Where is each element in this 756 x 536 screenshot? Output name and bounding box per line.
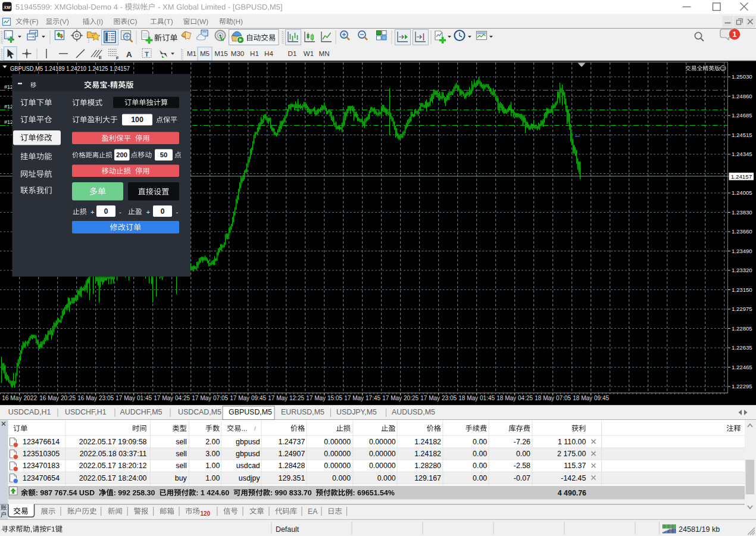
svg-text:50: 50 (160, 151, 167, 158)
svg-text:M5: M5 (200, 49, 210, 57)
svg-text:1.24860: 1.24860 (732, 93, 752, 99)
svg-text:1: 1 (733, 30, 737, 39)
svg-text:0.00: 0.00 (473, 474, 487, 482)
svg-text:0.00000: 0.00000 (324, 438, 351, 446)
svg-text:usdcad: usdcad (236, 462, 260, 470)
svg-text:1 110.00: 1 110.00 (558, 438, 586, 446)
svg-text:123476614: 123476614 (23, 438, 60, 446)
svg-text:1.24157: 1.24157 (731, 173, 752, 180)
svg-text:sell: sell (176, 438, 187, 446)
svg-text:0.000: 0.000 (332, 474, 351, 482)
svg-text:-: - (176, 208, 179, 216)
svg-text:A: A (126, 50, 132, 59)
svg-text:200: 200 (116, 151, 127, 158)
svg-text:0.000: 0.000 (377, 474, 396, 482)
svg-text:0.00: 0.00 (473, 438, 487, 446)
svg-text:1.22465: 1.22465 (732, 364, 752, 370)
svg-text:1.24182: 1.24182 (414, 438, 441, 446)
svg-text:1.23490: 1.23490 (732, 248, 752, 254)
svg-text:GBPUSD,M5 1.24189 1.24210 1.2: GBPUSD,M5 1.24189 1.24210 1.24125 1.2415… (10, 66, 130, 72)
svg-text:EURUSD,M5: EURUSD,M5 (281, 408, 324, 416)
svg-text:0: 0 (104, 207, 108, 216)
svg-text:1.00: 1.00 (205, 462, 220, 470)
svg-text:-142.45: -142.45 (561, 474, 586, 482)
svg-text:gbpusd: gbpusd (236, 438, 260, 446)
svg-text:120: 120 (201, 510, 211, 517)
svg-text:129.167: 129.167 (414, 474, 441, 482)
svg-text:1.23660: 1.23660 (732, 228, 752, 235)
svg-text:1.24907: 1.24907 (279, 450, 305, 458)
svg-text:1.24345: 1.24345 (732, 151, 752, 157)
svg-text:1.24515: 1.24515 (732, 132, 752, 138)
svg-text:M15: M15 (214, 49, 228, 57)
svg-text:buy: buy (175, 474, 188, 482)
svg-text:0: 0 (161, 207, 165, 216)
svg-text:gbpusd: gbpusd (236, 450, 260, 458)
svg-text:USDCHF,H1: USDCHF,H1 (65, 408, 107, 416)
svg-text:1.22635: 1.22635 (732, 344, 752, 351)
svg-text:18 May 04:25: 18 May 04:25 (496, 395, 533, 401)
svg-text:+: + (146, 208, 151, 216)
svg-text:17 May 01:45: 17 May 01:45 (115, 395, 152, 401)
svg-text:1.22975: 1.22975 (732, 306, 752, 312)
svg-text:USDJPY,M5: USDJPY,M5 (336, 408, 377, 416)
svg-text:EA: EA (308, 507, 318, 516)
svg-text:1.24182: 1.24182 (414, 450, 441, 458)
svg-text:sell: sell (176, 462, 187, 470)
svg-text:0.00: 0.00 (516, 450, 530, 458)
svg-text:4 490.76: 4 490.76 (558, 489, 586, 497)
svg-text:18 May 01:45: 18 May 01:45 (458, 395, 495, 401)
svg-text:115.37: 115.37 (564, 462, 586, 470)
svg-text:17 May 09:45: 17 May 09:45 (230, 395, 266, 401)
svg-text:2022.05.17 19:09:58: 2022.05.17 19:09:58 (79, 438, 147, 446)
svg-text:100: 100 (131, 116, 143, 124)
svg-text:123470654: 123470654 (23, 474, 60, 482)
svg-text:+: + (90, 208, 95, 216)
svg-text:usdjpy: usdjpy (239, 474, 261, 482)
svg-text:/: / (254, 425, 256, 432)
svg-text:AUDUSD,M5: AUDUSD,M5 (392, 408, 435, 416)
svg-text:17 May 20:25: 17 May 20:25 (382, 395, 418, 401)
svg-text:1.22805: 1.22805 (732, 325, 752, 332)
svg-text:USDCAD,M5: USDCAD,M5 (178, 408, 221, 416)
svg-text:18 May 09:45: 18 May 09:45 (573, 395, 609, 401)
svg-text:2022.05.17 18:20:12: 2022.05.17 18:20:12 (79, 462, 147, 470)
svg-text:1.24005: 1.24005 (732, 189, 752, 196)
svg-text:D1: D1 (288, 49, 297, 57)
svg-text:-7.26: -7.26 (514, 438, 530, 446)
svg-text:2 175.00: 2 175.00 (557, 450, 586, 458)
svg-text:2.00: 2.00 (205, 438, 220, 446)
svg-text:17 May 23:05: 17 May 23:05 (420, 395, 457, 401)
svg-text:1.24737: 1.24737 (279, 438, 305, 446)
svg-text:1.28428: 1.28428 (279, 462, 305, 470)
svg-text:F: F (116, 55, 119, 61)
svg-text:0.00000: 0.00000 (369, 462, 396, 470)
svg-text:16 May 20:25: 16 May 20:25 (39, 395, 76, 401)
svg-text:17 May 04:25: 17 May 04:25 (154, 395, 190, 401)
svg-text:0.00000: 0.00000 (369, 438, 396, 446)
svg-text:16 May 23:05: 16 May 23:05 (77, 395, 114, 401)
svg-text:0.00000: 0.00000 (324, 462, 351, 470)
svg-text:MN: MN (318, 49, 329, 57)
svg-text:T: T (145, 51, 149, 58)
svg-text:H4: H4 (264, 49, 273, 57)
svg-text:0.00: 0.00 (473, 450, 487, 458)
svg-text:123510305: 123510305 (23, 450, 60, 458)
svg-text:-: - (119, 208, 121, 216)
svg-text:1.28280: 1.28280 (414, 462, 441, 470)
svg-text:2022.05.18 03:37:11: 2022.05.18 03:37:11 (80, 450, 147, 458)
svg-text:Default: Default (276, 525, 299, 534)
svg-text:AUDCHF,M5: AUDCHF,M5 (120, 408, 163, 416)
svg-text:1.23320: 1.23320 (732, 267, 752, 273)
svg-text:2022.05.17 18:24:00: 2022.05.17 18:24:00 (79, 474, 147, 482)
svg-text:17 May 15:05: 17 May 15:05 (306, 395, 342, 401)
svg-text:24581/19 kb: 24581/19 kb (679, 525, 720, 534)
svg-text:-2.58: -2.58 (514, 462, 530, 470)
svg-text:1.22295: 1.22295 (732, 383, 752, 389)
svg-text:GBPUSD,M5: GBPUSD,M5 (229, 408, 272, 416)
svg-text:129.351: 129.351 (279, 474, 305, 482)
svg-text:sell: sell (176, 450, 187, 458)
svg-text:W1: W1 (304, 49, 314, 57)
svg-text:1.00: 1.00 (205, 474, 220, 482)
svg-text:16 May 2022: 16 May 2022 (2, 395, 37, 401)
